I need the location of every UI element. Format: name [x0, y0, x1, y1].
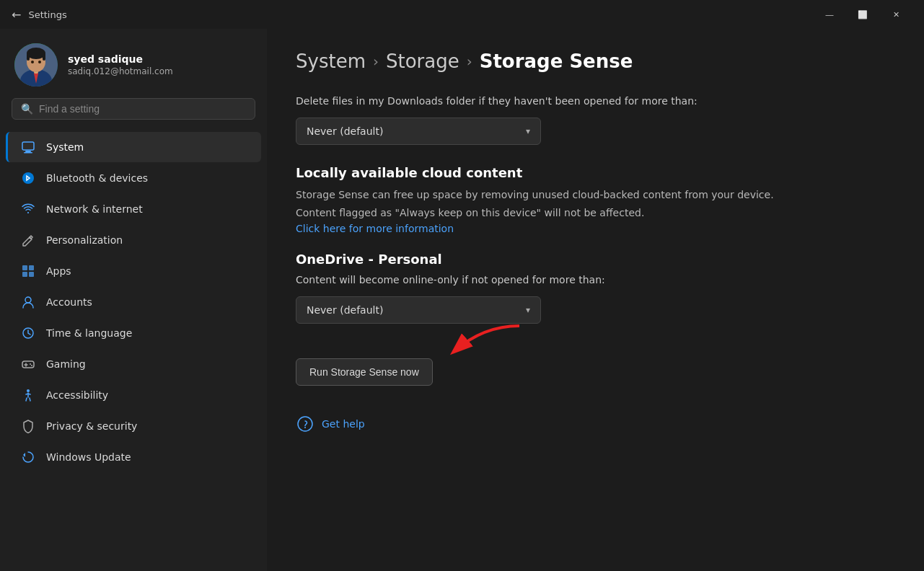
onedrive-dropdown-value: Never (default)	[307, 304, 383, 316]
svg-rect-21	[22, 361, 34, 368]
sidebar-item-privacy[interactable]: Privacy & security	[6, 411, 261, 441]
user-profile[interactable]: syed sadique sadiq.012@hotmail.com	[0, 29, 267, 98]
sidebar-item-label-system: System	[46, 141, 84, 153]
onedrive-desc: Content will become online-only if not o…	[296, 273, 895, 288]
sidebar-item-label-accessibility: Accessibility	[46, 389, 108, 401]
sidebar-item-label-time: Time & language	[46, 327, 132, 339]
sidebar-item-time[interactable]: Time & language	[6, 318, 261, 348]
window-controls: — ⬜ ✕	[813, 3, 912, 26]
downloads-dropdown-value: Never (default)	[307, 125, 383, 137]
sidebar-item-label-update: Windows Update	[46, 451, 131, 463]
sidebar-item-bluetooth[interactable]: Bluetooth & devices	[6, 163, 261, 193]
onedrive-section-title: OneDrive - Personal	[296, 252, 895, 267]
sidebar-item-personalization[interactable]: Personalization	[6, 225, 261, 255]
network-icon	[20, 201, 36, 217]
breadcrumb-part1[interactable]: System	[296, 50, 366, 72]
svg-point-23	[31, 365, 32, 366]
svg-point-9	[31, 61, 34, 63]
svg-rect-16	[29, 265, 34, 270]
svg-point-26	[304, 427, 306, 428]
search-input[interactable]	[39, 103, 246, 115]
sidebar-item-label-apps: Apps	[46, 265, 71, 277]
breadcrumb-current: Storage Sense	[480, 50, 633, 72]
sidebar-item-label-personalization: Personalization	[46, 234, 123, 246]
apps-icon	[20, 263, 36, 279]
user-name: syed sadique	[68, 53, 173, 65]
onedrive-dropdown-arrow: ▾	[526, 305, 530, 315]
svg-point-22	[30, 363, 31, 365]
sidebar-item-label-accounts: Accounts	[46, 296, 92, 308]
get-help-link[interactable]: Get help	[322, 418, 365, 430]
sidebar-item-accessibility[interactable]: Accessibility	[6, 380, 261, 410]
svg-point-24	[27, 389, 30, 392]
main-content: System › Storage › Storage Sense Delete …	[267, 29, 924, 571]
sidebar-item-label-bluetooth: Bluetooth & devices	[46, 172, 148, 184]
svg-point-19	[25, 297, 31, 303]
sidebar-item-gaming[interactable]: Gaming	[6, 349, 261, 379]
maximize-button[interactable]: ⬜	[846, 3, 879, 26]
svg-rect-8	[43, 53, 45, 61]
cloud-section-desc2: Content flagged as "Always keep on this …	[296, 207, 895, 218]
search-icon: 🔍	[21, 103, 33, 115]
cloud-section-desc1: Storage Sense can free up space by remov…	[296, 187, 895, 203]
sidebar-item-update[interactable]: Windows Update	[6, 442, 261, 472]
svg-rect-7	[27, 53, 30, 61]
time-icon	[20, 325, 36, 341]
svg-rect-12	[25, 151, 31, 152]
svg-point-25	[298, 417, 312, 431]
close-button[interactable]: ✕	[879, 3, 912, 26]
titlebar: ← Settings — ⬜ ✕	[0, 0, 924, 29]
breadcrumb: System › Storage › Storage Sense	[296, 50, 895, 72]
breadcrumb-sep2: ›	[467, 53, 472, 70]
svg-point-10	[38, 61, 41, 63]
update-icon	[20, 449, 36, 465]
help-icon	[296, 415, 314, 433]
run-storage-sense-button[interactable]: Run Storage Sense now	[296, 358, 433, 386]
sidebar-item-label-privacy: Privacy & security	[46, 420, 137, 432]
privacy-icon	[20, 418, 36, 434]
sidebar-item-label-gaming: Gaming	[46, 358, 86, 370]
svg-point-14	[22, 172, 34, 184]
accessibility-icon	[20, 387, 36, 403]
svg-rect-15	[22, 265, 27, 270]
red-arrow-annotation	[440, 322, 527, 373]
avatar	[14, 43, 58, 87]
sidebar: syed sadique sadiq.012@hotmail.com 🔍	[0, 29, 267, 571]
downloads-description: Delete files in my Downloads folder if t…	[296, 94, 895, 109]
downloads-dropdown[interactable]: Never (default) ▾	[296, 118, 541, 145]
gaming-icon	[20, 356, 36, 372]
user-email: sadiq.012@hotmail.com	[68, 66, 173, 76]
run-button-container: Run Storage Sense now	[296, 344, 433, 386]
svg-rect-11	[22, 142, 34, 150]
bluetooth-icon	[20, 170, 36, 186]
accounts-icon	[20, 294, 36, 310]
minimize-button[interactable]: —	[813, 3, 846, 26]
search-container: 🔍	[0, 98, 267, 131]
get-help[interactable]: Get help	[296, 415, 895, 433]
search-box[interactable]: 🔍	[12, 98, 255, 120]
nav-list: System Bluetooth & devices	[0, 131, 267, 473]
back-icon[interactable]: ←	[12, 8, 21, 22]
sidebar-item-accounts[interactable]: Accounts	[6, 287, 261, 317]
cloud-info-link[interactable]: Click here for more information	[296, 223, 454, 234]
breadcrumb-sep1: ›	[373, 53, 379, 70]
cloud-section-title: Locally available cloud content	[296, 165, 895, 180]
user-info: syed sadique sadiq.012@hotmail.com	[68, 53, 173, 76]
sidebar-item-network[interactable]: Network & internet	[6, 194, 261, 224]
svg-rect-17	[22, 272, 27, 277]
app-title: Settings	[28, 9, 66, 20]
breadcrumb-part2[interactable]: Storage	[386, 50, 459, 72]
sidebar-item-system[interactable]: System	[6, 132, 261, 162]
svg-rect-13	[24, 152, 32, 154]
system-icon	[20, 139, 36, 155]
sidebar-item-label-network: Network & internet	[46, 203, 143, 215]
downloads-dropdown-arrow: ▾	[526, 126, 530, 136]
personalization-icon	[20, 232, 36, 248]
onedrive-dropdown[interactable]: Never (default) ▾	[296, 296, 541, 324]
sidebar-item-apps[interactable]: Apps	[6, 256, 261, 286]
svg-rect-18	[29, 272, 34, 277]
